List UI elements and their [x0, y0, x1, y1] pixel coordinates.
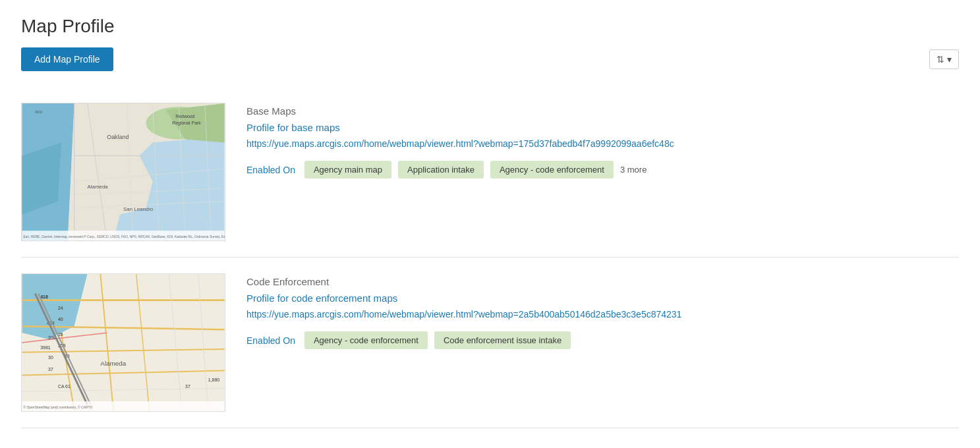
tag-code-enforcement-issue-intake: Code enforcement issue intake — [434, 331, 571, 349]
toolbar: Add Map Profile ⇅ ▾ — [21, 47, 959, 71]
enabled-row-code-enforcement: Enabled OnAgency - code enforcementCode … — [246, 331, 959, 349]
svg-text:37: 37 — [48, 367, 53, 372]
enabled-row-base-maps: Enabled OnAgency main mapApplication int… — [246, 161, 959, 179]
more-label-base-maps[interactable]: 3 more — [620, 165, 647, 175]
svg-text:Redwood: Redwood — [175, 114, 194, 119]
profile-description-base-maps: Profile for base maps — [246, 122, 959, 133]
profile-info-base-maps: Base MapsProfile for base mapshttps://yu… — [246, 103, 959, 179]
sort-button[interactable]: ⇅ ▾ — [929, 49, 959, 69]
profile-url-base-maps[interactable]: https://yue.maps.arcgis.com/home/webmap/… — [246, 138, 959, 149]
svg-text:418: 418 — [40, 294, 48, 299]
profile-name-code-enforcement: Code Enforcement — [246, 276, 959, 287]
profile-item-base-maps: Oakland Alameda San Leandro Redwood Regi… — [21, 87, 959, 258]
map-thumbnail-base-maps: Oakland Alameda San Leandro Redwood Regi… — [21, 103, 225, 241]
svg-text:Oakland: Oakland — [107, 134, 129, 140]
tag-agency-main-map: Agency main map — [304, 161, 391, 179]
svg-text:3981: 3981 — [40, 345, 51, 350]
sort-dropdown-icon: ▾ — [947, 54, 952, 65]
svg-text:37: 37 — [185, 384, 190, 389]
add-map-profile-button[interactable]: Add Map Profile — [21, 47, 113, 71]
map-thumbnail-code-enforcement: 418 24 408 40 398 26 3981 258 30 38 37 A… — [21, 273, 225, 412]
profile-info-code-enforcement: Code EnforcementProfile for code enforce… — [246, 273, 959, 349]
svg-text:1,880: 1,880 — [208, 378, 219, 382]
profile-item-code-enforcement: 418 24 408 40 398 26 3981 258 30 38 37 A… — [21, 258, 959, 428]
tag-agency---code-enforcement: Agency - code enforcement — [490, 161, 614, 179]
profile-list: Oakland Alameda San Leandro Redwood Regi… — [21, 87, 959, 428]
enabled-label-code-enforcement: Enabled On — [246, 335, 295, 346]
page-title: Map Profile — [21, 16, 959, 37]
svg-text:24: 24 — [58, 306, 63, 310]
svg-text:30: 30 — [48, 355, 53, 360]
sort-icon: ⇅ — [937, 54, 944, 65]
enabled-label-base-maps: Enabled On — [246, 165, 295, 175]
svg-text:Regional Park: Regional Park — [172, 121, 201, 126]
svg-text:Esri, HERE, Garmin, Intermap, : Esri, HERE, Garmin, Intermap, increment … — [23, 235, 225, 238]
svg-text:sco: sco — [35, 109, 42, 114]
profile-url-code-enforcement[interactable]: https://yue.maps.arcgis.com/home/webmap/… — [246, 309, 959, 320]
profile-name-base-maps: Base Maps — [246, 105, 959, 117]
tag-application-intake: Application intake — [398, 161, 484, 179]
svg-text:CA 61: CA 61 — [58, 384, 71, 389]
svg-text:Alameda: Alameda — [100, 360, 127, 367]
tag-agency---code-enforcement: Agency - code enforcement — [304, 331, 428, 349]
svg-text:Alameda: Alameda — [88, 184, 109, 190]
svg-text:San Leandro: San Leandro — [123, 206, 154, 212]
profile-description-code-enforcement: Profile for code enforcement maps — [246, 293, 959, 304]
svg-text:40: 40 — [58, 317, 63, 322]
svg-text:© OpenStreetMap (and) contribu: © OpenStreetMap (and) contributors, © CA… — [23, 405, 92, 409]
